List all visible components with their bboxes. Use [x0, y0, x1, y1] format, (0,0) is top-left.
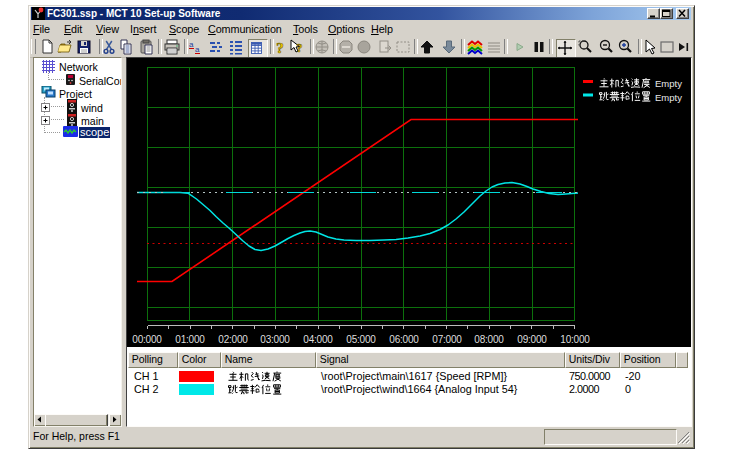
- svg-text:01:000: 01:000: [175, 334, 205, 345]
- svg-text:02:000: 02:000: [218, 334, 248, 345]
- svg-text:08:000: 08:000: [474, 334, 504, 345]
- svg-text:06:000: 06:000: [389, 334, 419, 345]
- svg-text:a: a: [189, 40, 194, 49]
- svg-text:04:000: 04:000: [303, 334, 333, 345]
- svg-text:?: ?: [276, 40, 284, 56]
- svg-text:07:000: 07:000: [432, 334, 462, 345]
- svg-text:Empty: Empty: [655, 92, 682, 103]
- svg-text:00:000: 00:000: [132, 334, 162, 345]
- svg-text:?: ?: [297, 41, 303, 55]
- svg-text:05:000: 05:000: [346, 334, 376, 345]
- svg-text:10:000: 10:000: [560, 334, 590, 345]
- svg-text:Empty: Empty: [655, 78, 682, 89]
- svg-text:09:000: 09:000: [517, 334, 547, 345]
- svg-text:03:000: 03:000: [260, 334, 290, 345]
- svg-text:a: a: [195, 45, 200, 54]
